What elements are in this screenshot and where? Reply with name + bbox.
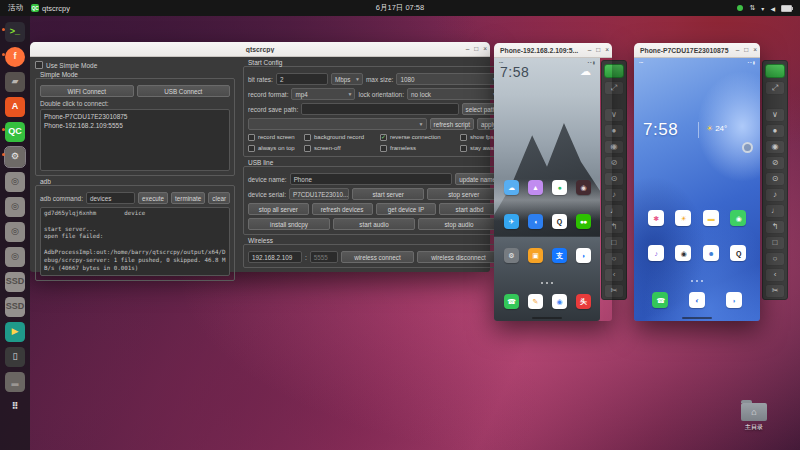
browser-whale-app[interactable]: ◖ [528, 214, 543, 229]
chevron-down-icon[interactable]: ▾ [761, 5, 764, 12]
wireless-disconnect-button[interactable]: wireless disconnect [417, 251, 500, 263]
drive-ssd-1[interactable]: SSD [2, 269, 28, 294]
qq-app[interactable]: Q [730, 245, 746, 261]
volume-down-icon[interactable]: ♩ [765, 204, 785, 218]
use-simple-mode-checkbox[interactable]: Use Simple Mode [35, 61, 235, 69]
close-button[interactable]: × [605, 47, 609, 54]
usb-action-button[interactable]: get device IP [376, 203, 437, 215]
settings[interactable]: ⚙ [2, 144, 28, 169]
usb-action-button[interactable]: install sndcpy [248, 218, 330, 230]
notes-app[interactable]: ✎ [528, 294, 543, 309]
device-serial-select[interactable]: P7CDU17E23010...▼ [289, 188, 349, 200]
contacts-app[interactable]: ☻ [703, 245, 719, 261]
config-checkbox[interactable]: screen-off [304, 144, 380, 152]
settings-app[interactable]: ⚙ [504, 248, 519, 263]
camera-app[interactable]: ◉ [675, 245, 691, 261]
camera-app[interactable]: ◉ [576, 180, 591, 195]
terminal[interactable]: >_ [2, 19, 28, 44]
phone-dialer-app[interactable]: ☎ [504, 294, 519, 309]
usb-action-button[interactable]: refresh devices [312, 203, 373, 215]
bit-rates-input[interactable]: 2 [276, 73, 328, 85]
assistive-touch-ball[interactable] [742, 142, 753, 153]
device-list-item[interactable]: Phone-P7CDU17E23010875 [44, 112, 226, 121]
device-list-item[interactable]: Phone-192.168.2.109:5555 [44, 121, 226, 130]
files[interactable]: ▰ [2, 69, 28, 94]
phone2-titlebar[interactable]: Phone-P7CDU17E23010875 – □ × [634, 43, 760, 58]
clear-button[interactable]: clear [208, 192, 230, 204]
music-app[interactable]: ♪ [648, 245, 664, 261]
collapse-icon[interactable]: ∨ [765, 108, 785, 122]
firefox[interactable]: f [2, 44, 28, 69]
gallery-app[interactable]: ✱ [648, 210, 664, 226]
activities-button[interactable]: 活动 [8, 3, 23, 13]
device-list[interactable]: Phone-P7CDU17E23010875Phone-192.168.2.10… [40, 109, 230, 171]
config-checkbox[interactable]: ✓ reverse connection [380, 133, 460, 141]
start-server-button[interactable]: start server [352, 188, 425, 200]
power-icon[interactable]: ⊙ [765, 172, 785, 186]
minimize-button[interactable]: – [588, 47, 592, 54]
adb-log-output[interactable]: gd7d65ylqj6xnhm device start server... o… [40, 207, 230, 276]
maximize-button[interactable]: □ [744, 47, 748, 54]
phone1-screen[interactable]: •••▪ ▪ ▮ 7:58 ☁ ☁▲●◉✈◖Q●●⚙▣支◗ ☎✎◉头 [494, 58, 600, 321]
minimize-button[interactable]: – [736, 47, 740, 54]
screen-off-icon[interactable]: ⊘ [765, 156, 785, 170]
menu-icon[interactable]: □ [765, 236, 785, 250]
bit-rates-unit-select[interactable]: Mbps▼ [331, 73, 363, 85]
wallet-app[interactable]: ▬ [703, 210, 719, 226]
disk-2[interactable]: ◎ [2, 194, 28, 219]
stop-server-button[interactable]: stop server [427, 188, 500, 200]
phone2-screen[interactable]: •••▪ ▪ ▮ 7:58 ☀ 24° ✱☀▬◉♪◉☻Q ☎◐◗ [634, 58, 760, 321]
maximize-button[interactable]: □ [596, 47, 600, 54]
lock-orientation-select[interactable]: no lock▼ [407, 88, 500, 100]
health-app[interactable]: ◉ [730, 210, 746, 226]
screen-on-icon[interactable]: ◉ [765, 140, 785, 154]
config-checkbox[interactable]: background record [304, 133, 380, 141]
weather-app[interactable]: ☀ [675, 210, 691, 226]
messages-app[interactable]: ◗ [726, 292, 742, 308]
app-grid[interactable]: ⠿ [2, 394, 28, 419]
wechat-app[interactable]: ●● [576, 214, 591, 229]
config-checkbox[interactable]: record screen [248, 133, 304, 141]
close-button[interactable]: × [483, 46, 487, 53]
group-control-button[interactable] [765, 64, 785, 78]
maximize-button[interactable]: □ [474, 46, 478, 53]
ubuntu-software[interactable]: A [2, 94, 28, 119]
close-button[interactable]: × [753, 47, 757, 54]
config-checkbox[interactable]: frameless [380, 144, 460, 152]
record-save-path-input[interactable] [301, 103, 458, 115]
disk-4[interactable]: ◎ [2, 244, 28, 269]
back-icon[interactable]: ‹ [765, 268, 785, 282]
refresh-script-button[interactable]: refresh script [430, 118, 474, 130]
orange-store-app[interactable]: ▣ [528, 248, 543, 263]
usb-action-button[interactable]: start adbd [439, 203, 500, 215]
phone-dialer-app[interactable]: ☎ [652, 292, 668, 308]
video-app[interactable]: ▶ [2, 319, 28, 344]
minimized-item[interactable]: ▂ [2, 369, 28, 394]
screenshot-icon[interactable]: ✂ [765, 284, 785, 298]
drive-ssd-2[interactable]: SSD [2, 294, 28, 319]
minimize-button[interactable]: – [466, 46, 470, 53]
telegram-app[interactable]: ✈ [504, 214, 519, 229]
qq-app[interactable]: Q [552, 214, 567, 229]
qtscrcpy[interactable]: QC [2, 119, 28, 144]
battery-icon[interactable] [781, 5, 792, 12]
max-size-select[interactable]: 1080▼ [396, 73, 500, 85]
wireless-port-input[interactable]: 5555 [310, 251, 338, 263]
focused-app-menu[interactable]: QC qtscrcpy [31, 4, 70, 13]
home-folder-shortcut[interactable]: ⌂ 主目录 [732, 403, 776, 432]
wifi-connect-button[interactable]: WIFI Connect [40, 85, 134, 97]
alipay-app[interactable]: 支 [552, 248, 567, 263]
script-select[interactable]: ▼ [248, 118, 427, 130]
chrome-app[interactable]: ◉ [552, 294, 567, 309]
device-name-input[interactable]: Phone [290, 173, 453, 185]
usb-connect-button[interactable]: USB Connect [137, 85, 231, 97]
fullscreen-icon[interactable]: ⤢ [765, 81, 785, 95]
home-icon[interactable]: ○ [765, 252, 785, 266]
usb-action-button[interactable]: start audio [333, 218, 415, 230]
terminate-button[interactable]: terminate [171, 192, 205, 204]
usb-action-button[interactable]: stop all server [248, 203, 309, 215]
weather-app[interactable]: ☁ [504, 180, 519, 195]
gallery-app[interactable]: ▲ [528, 180, 543, 195]
blue-bird-app[interactable]: ◗ [576, 248, 591, 263]
wireless-connect-button[interactable]: wireless connect [341, 251, 414, 263]
